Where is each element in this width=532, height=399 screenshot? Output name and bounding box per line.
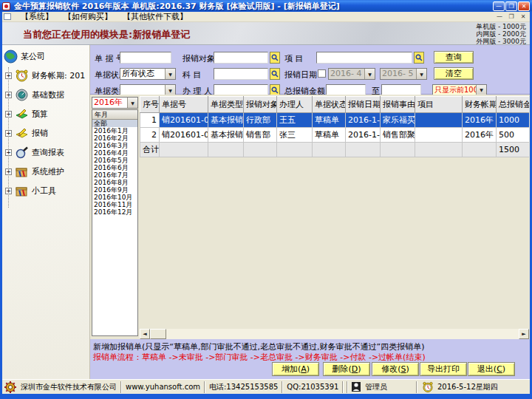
target-input[interactable]: [214, 52, 268, 64]
month-item[interactable]: 2016年12月: [92, 208, 137, 216]
grid-total-row: 合计 1500: [140, 143, 530, 157]
chevron-down-icon[interactable]: ▼: [364, 69, 375, 79]
col-header[interactable]: 办理人: [277, 97, 313, 113]
export-print-button[interactable]: 导出打印: [420, 362, 467, 376]
col-header[interactable]: 报销日期: [346, 97, 381, 113]
scrollbar-track[interactable]: [166, 329, 519, 339]
col-header[interactable]: 报销事由: [381, 97, 415, 113]
month-item[interactable]: 2016年3月: [92, 142, 137, 149]
month-item[interactable]: 2016年9月: [92, 186, 137, 194]
child-close-button[interactable]: ✕: [518, 13, 528, 21]
scroll-left-icon[interactable]: ◄: [140, 329, 150, 339]
clear-button[interactable]: 清空: [434, 67, 474, 80]
col-header[interactable]: 单据号: [160, 97, 208, 113]
tree-item-budget[interactable]: + 预算: [5, 106, 48, 122]
col-header[interactable]: 总报销金额: [497, 97, 530, 113]
month-item[interactable]: 全部: [92, 120, 137, 127]
cell: 500: [497, 128, 530, 143]
col-header[interactable]: 单据状态: [313, 97, 346, 113]
menu-how-to-buy[interactable]: 【如何购买】: [58, 12, 117, 21]
tree-item-reimburse[interactable]: + 报销: [5, 125, 48, 141]
project-input[interactable]: [316, 52, 412, 64]
chevron-down-icon[interactable]: ▼: [165, 69, 175, 79]
modify-button[interactable]: 修改(S): [372, 362, 419, 376]
menu-other-downloads[interactable]: 【其他软件下载】: [117, 12, 193, 21]
child-minimize-button[interactable]: —: [494, 13, 505, 21]
horizontal-scrollbar: ◄ ►: [140, 329, 529, 339]
window-title: 金牛预算报销软件 2016年版本 单机版:2016.37 财务版 [体验试用版]…: [14, 1, 492, 12]
expand-plus-icon[interactable]: +: [5, 72, 12, 79]
date-from-value: 2016- 4 -12: [329, 69, 364, 79]
app-window: 金牛预算报销软件 2016年版本 单机版:2016.37 财务版 [体验试用版]…: [0, 0, 532, 399]
exit-button[interactable]: 退出(C): [468, 362, 515, 376]
minimize-button[interactable]: —: [493, 1, 505, 11]
chevron-down-icon[interactable]: ▼: [416, 69, 426, 79]
menu-bar: 【系统】 【如何购买】 【其他软件下载】 — ❐ ✕: [2, 12, 530, 22]
add-button[interactable]: 增加(A): [272, 362, 319, 376]
cell: 1000: [497, 113, 530, 128]
chevron-down-icon[interactable]: ▼: [127, 98, 137, 108]
menu-system[interactable]: 【系统】: [16, 12, 58, 21]
doc-no-input[interactable]: [120, 52, 171, 64]
year-combo[interactable]: 2016年 ▼: [92, 97, 138, 109]
expand-plus-icon[interactable]: +: [5, 168, 12, 175]
month-item[interactable]: 2016年1月: [92, 127, 137, 134]
date-to-combo[interactable]: 2016- 5 -12 ▼: [380, 68, 427, 80]
current-date: 2016-5-12星期四: [437, 382, 498, 392]
col-header[interactable]: 单据类型: [208, 97, 244, 113]
tree-item-system-maintain[interactable]: + 系统维护: [5, 163, 64, 180]
current-user: 管理员: [365, 382, 387, 392]
gauge-icon: [15, 88, 29, 102]
expand-plus-icon[interactable]: +: [5, 111, 12, 117]
scroll-right-icon[interactable]: ►: [519, 329, 529, 339]
search-icon: [271, 86, 279, 94]
col-header[interactable]: 报销对象: [244, 97, 277, 113]
maximize-button[interactable]: ❐: [505, 1, 517, 11]
tree-item-query-report[interactable]: + 查询报表: [5, 144, 64, 160]
chevron-down-icon[interactable]: ▼: [476, 85, 486, 95]
grid-row[interactable]: 2 销201601-00004 基本报销单 销售部 张三 草稿单 2016-1-…: [140, 128, 530, 143]
col-header[interactable]: 项目: [415, 97, 463, 113]
tree-root-company[interactable]: 某公司: [4, 48, 45, 64]
month-item[interactable]: 2016年5月: [92, 157, 137, 164]
date-filter-checkbox[interactable]: [318, 69, 326, 78]
window-border: [0, 12, 2, 399]
tree-item-label: 系统维护: [32, 166, 64, 177]
month-item[interactable]: 2016年7月: [92, 171, 137, 179]
month-item[interactable]: 2016年10月: [92, 194, 137, 201]
current-module-text: 当前您正在使用的模块是:新报销单登记: [23, 28, 190, 41]
scrollbar-thumb[interactable]: [150, 329, 166, 339]
cell: 销售部: [244, 128, 277, 143]
expand-plus-icon[interactable]: +: [5, 188, 12, 194]
col-header[interactable]: 财务帐期: [463, 97, 497, 113]
expand-plus-icon[interactable]: +: [5, 149, 12, 156]
grid-row-selected[interactable]: 1 销201601-00005 基本报销单 行政部 王五 草稿单 2016-1-…: [140, 113, 530, 128]
project-search-button[interactable]: [414, 52, 424, 64]
query-button[interactable]: 查询: [434, 51, 474, 64]
tree-item-fiscal-period[interactable]: + 财务帐期: 201: [5, 67, 85, 83]
navigation-tree: 某公司 + 财务帐期: 201 + 基础数据 + 预算 + 报销 + 查询报表: [2, 45, 90, 379]
tree-item-base-data[interactable]: + 基础数据: [5, 86, 64, 103]
record-limit-combo[interactable]: 只显示前100条记录 ▼: [432, 84, 487, 95]
col-header[interactable]: 序号: [140, 97, 160, 113]
expand-plus-icon[interactable]: +: [5, 92, 12, 98]
subject-input[interactable]: [214, 68, 268, 80]
close-button[interactable]: ✕: [518, 1, 530, 11]
date-from-combo[interactable]: 2016- 4 -12 ▼: [328, 68, 375, 80]
subject-search-button[interactable]: [270, 68, 280, 80]
chevron-down-icon[interactable]: ▼: [165, 85, 175, 95]
cell: 1: [140, 113, 160, 128]
month-item[interactable]: 2016年6月: [92, 164, 137, 171]
month-item[interactable]: 2016年2月: [92, 134, 137, 142]
target-search-button[interactable]: [270, 52, 280, 64]
month-item[interactable]: 2016年8月: [92, 179, 137, 186]
month-item[interactable]: 2016年4月: [92, 149, 137, 157]
status-combo[interactable]: 所有状态 ▼: [120, 68, 176, 80]
expand-plus-icon[interactable]: +: [5, 130, 12, 137]
delete-button[interactable]: 删除(D): [323, 362, 370, 376]
child-window-icon[interactable]: [4, 13, 11, 20]
tree-item-small-tools[interactable]: + 小工具: [5, 183, 56, 199]
month-item[interactable]: 2016年11月: [92, 201, 137, 208]
child-restore-button[interactable]: ❐: [506, 13, 516, 21]
cell: [415, 128, 463, 143]
